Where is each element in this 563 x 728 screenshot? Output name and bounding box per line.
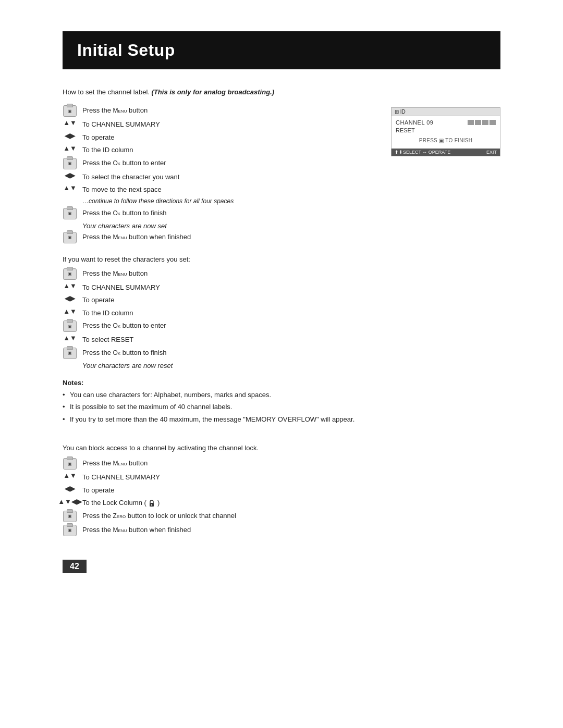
step-text: To select RESET: [82, 335, 133, 345]
main-content: ▣ Press the Menu button ▲▼ To CHANNEL SU…: [63, 105, 500, 246]
step-row: ▲▼ To CHANNEL SUMMARY: [63, 119, 370, 130]
arrow-lr-icon: ◀▶: [63, 172, 77, 179]
notes-list: You can use characters for: Alphabet, nu…: [63, 390, 500, 425]
ok-button-icon: ▣: [63, 208, 77, 219]
tv-body: CHANNEL 09 RESET PRESS ▣ TO FINISH: [391, 116, 500, 149]
step-row: ▲▼◀▶ To the Lock Column ( ): [63, 498, 500, 508]
tv-screen: ⊞ ID CHANNEL 09 RESET PRESS ▣ TO FINISH: [391, 107, 500, 156]
step-text: Press the Ok button to finish: [82, 208, 166, 218]
tv-blocks: [468, 120, 496, 125]
menu-button-icon: ▣: [63, 232, 77, 243]
ok-button-icon: ▣: [63, 158, 77, 169]
continue-text: …continue to follow these directions for…: [82, 198, 370, 205]
tv-exit: EXIT: [486, 150, 497, 155]
tv-reset-label: RESET: [396, 127, 415, 133]
page-number: 42: [63, 560, 87, 573]
tv-channel-row: CHANNEL 09: [396, 119, 496, 126]
step-row: ▲▼ To the ID column: [63, 308, 500, 318]
tv-channel-label: CHANNEL 09: [396, 119, 464, 126]
arrow-lr-icon: ◀▶: [63, 132, 77, 139]
arrow-ud-lr-icon: ▲▼◀▶: [63, 498, 77, 505]
lock-icon: [148, 499, 155, 508]
step-row: ▲▼ To CHANNEL SUMMARY: [63, 282, 500, 293]
step-text: To the Lock Column ( ): [82, 498, 160, 508]
notes-section: Notes: You can use characters for: Alpha…: [63, 379, 500, 425]
step-text: Press the Ok button to enter: [82, 320, 166, 331]
step-row: ◀▶ To operate: [63, 132, 370, 143]
step-row: ▲▼ To CHANNEL SUMMARY: [63, 472, 500, 483]
step-row: ▣ Press the Zero button to lock or unloc…: [63, 511, 500, 522]
page-container: Initial Setup How to set the channel lab…: [0, 0, 563, 604]
step-text: Press the Menu button: [82, 105, 148, 116]
step-row: ▲▼ To move to the next space: [63, 184, 370, 195]
arrow-ud-icon: ▲▼: [63, 282, 77, 289]
tv-bottom-bar: ⬆⬇SELECT ↔ OPERATE EXIT: [391, 149, 500, 156]
svg-point-1: [151, 504, 152, 505]
ok-button-icon: ▣: [63, 348, 77, 359]
intro-text: How to set the channel label. (This is o…: [63, 88, 500, 96]
arrow-ud-icon: ▲▼: [63, 184, 77, 191]
notes-item: It is possible to set the maximum of 40 …: [63, 402, 500, 412]
arrow-ud-icon: ▲▼: [63, 335, 77, 341]
step-text: Press the Menu button when finished: [82, 525, 191, 535]
step-row: ▣ Press the Ok button to finish: [63, 208, 370, 219]
step-text: To the ID column: [82, 308, 133, 318]
step-row: ▣ Press the Menu button when finished: [63, 525, 500, 536]
arrow-ud-icon: ▲▼: [63, 145, 77, 152]
tv-press-label: PRESS ▣ TO FINISH: [396, 138, 496, 143]
step-row: ◀▶ To operate: [63, 485, 500, 496]
arrow-lr-icon: ◀▶: [63, 295, 77, 302]
step-text: To operate: [82, 132, 114, 143]
step-text: To move to the next space: [82, 184, 162, 195]
step-text: Press the Ok button to enter: [82, 158, 166, 168]
menu-button-icon: ▣: [63, 525, 77, 536]
notes-item: You can use characters for: Alphabet, nu…: [63, 390, 500, 400]
italic-reset-note: Your characters are now reset: [82, 362, 500, 369]
arrow-ud-icon: ▲▼: [63, 472, 77, 479]
step-text: Press the Menu button: [82, 458, 148, 468]
menu-button-icon: ▣: [63, 458, 77, 470]
arrow-lr-icon: ◀▶: [63, 485, 77, 492]
step-text: Press the Ok button to finish: [82, 348, 166, 358]
step-row: ▣ Press the Menu button: [63, 458, 500, 470]
step-text: Press the Menu button when finished: [82, 232, 191, 242]
page-title: Initial Setup: [63, 31, 500, 69]
step-row: ◀▶ To operate: [63, 295, 500, 305]
tv-top-bar: ⊞ ID: [391, 108, 500, 116]
step-row: ▲▼ To select RESET: [63, 335, 500, 345]
step-row: ◀▶ To select the character you want: [63, 172, 370, 182]
step-text: To operate: [82, 295, 114, 305]
menu-button-icon: ▣: [63, 268, 77, 280]
zero-button-icon: ▣: [63, 511, 77, 522]
step-text: Press the Zero button to lock or unlock …: [82, 511, 236, 521]
step-row: ▣ Press the Menu button: [63, 268, 500, 280]
section3-intro: You can block access to a channel by act…: [63, 444, 500, 452]
instructions-col: ▣ Press the Menu button ▲▼ To CHANNEL SU…: [63, 105, 370, 246]
step-text: To select the character you want: [82, 172, 179, 182]
ok-button-icon: ▣: [63, 320, 77, 332]
tv-reset-row: RESET: [396, 127, 496, 133]
page-number-box: 42: [63, 539, 500, 573]
section2-intro: If you want to reset the characters you …: [63, 255, 500, 263]
notes-title: Notes:: [63, 379, 500, 387]
step-text: To operate: [82, 485, 114, 496]
step-row: ▣ Press the Ok button to enter: [63, 320, 500, 332]
step-text: To the ID column: [82, 145, 133, 155]
step-text: To CHANNEL SUMMARY: [82, 472, 160, 483]
step-row: ▣ Press the Menu button when finished: [63, 232, 370, 243]
step-row: ▣ Press the Ok button to finish: [63, 348, 500, 359]
step-row: ▣ Press the Ok button to enter: [63, 158, 370, 169]
arrow-ud-icon: ▲▼: [63, 119, 77, 126]
menu-button-icon: ▣: [63, 105, 77, 117]
tv-select-operate: ⬆⬇SELECT ↔ OPERATE: [395, 150, 450, 155]
step-row: ▲▼ To the ID column: [63, 145, 370, 155]
step-text: To CHANNEL SUMMARY: [82, 282, 160, 293]
step-text: To CHANNEL SUMMARY: [82, 119, 160, 130]
step-text: Press the Menu button: [82, 268, 148, 279]
notes-item: If you try to set more than the 40 maxim…: [63, 414, 500, 425]
italic-note: Your characters are now set: [82, 222, 370, 230]
arrow-ud-icon: ▲▼: [63, 308, 77, 315]
step-row: ▣ Press the Menu button: [63, 105, 370, 117]
